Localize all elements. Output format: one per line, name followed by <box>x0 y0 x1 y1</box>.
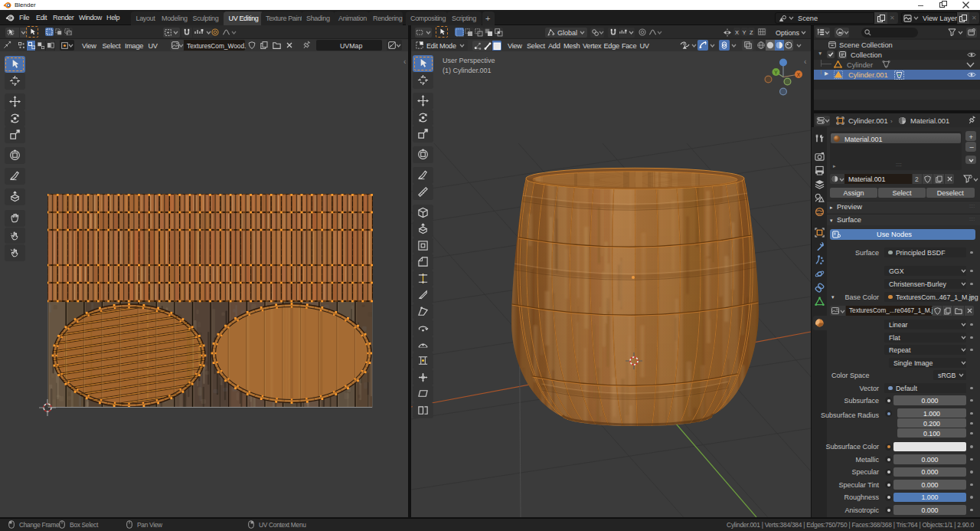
svg-text:X: X <box>797 72 801 77</box>
svg-text:Y: Y <box>774 70 778 75</box>
